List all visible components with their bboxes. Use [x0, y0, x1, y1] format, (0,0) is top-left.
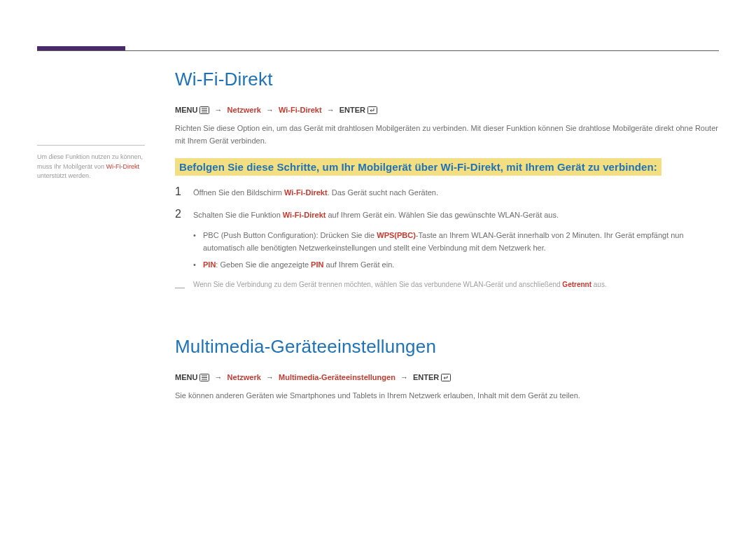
sidebar-note-keyword: Wi-Fi-Direkt [106, 163, 140, 170]
footnote-row: ― Wenn Sie die Verbindung zu dem Gerät t… [175, 279, 719, 295]
arrow-icon: → [212, 106, 225, 114]
bullet-icon: • [193, 259, 203, 272]
sidebar-note: Um diese Funktion nutzen zu können, muss… [37, 153, 145, 181]
keyword: Wi-Fi-Direkt [284, 188, 328, 197]
sidebar-note-text-end: unterstützt werden. [37, 172, 91, 179]
breadcrumb-path-1: MENU → Netzwerk → Wi-Fi-Direkt → ENTER [175, 106, 719, 115]
keyword: Getrennt [562, 281, 592, 288]
intro-paragraph-1: Richten Sie diese Option ein, um das Ger… [175, 122, 719, 147]
highlight-text: Befolgen Sie diese Schritte, um Ihr Mobi… [175, 158, 662, 176]
path-segment: Netzwerk [227, 373, 261, 381]
footnote-text: Wenn Sie die Verbindung zu dem Gerät tre… [193, 279, 607, 295]
intro-paragraph-2: Sie können anderen Geräten wie Smartphon… [175, 390, 719, 402]
path-segment: Multimedia-Geräteeinstellungen [279, 373, 396, 381]
path-enter-label: ENTER [340, 106, 365, 114]
sub-bullet-list: • PBC (Push Button Configuration): Drück… [193, 230, 719, 271]
document-page: Um diese Funktion nutzen zu können, muss… [0, 0, 756, 534]
sidebar-note-block: Um diese Funktion nutzen zu können, muss… [37, 145, 145, 181]
footnote-dash: ― [175, 279, 193, 295]
step-text: Öffnen Sie den Bildschirm Wi-Fi-Direkt. … [193, 187, 438, 199]
breadcrumb-path-2: MENU → Netzwerk → Multimedia-Geräteeinst… [175, 373, 719, 383]
step-1: 1 Öffnen Sie den Bildschirm Wi-Fi-Direkt… [175, 185, 719, 199]
sub-bullet-pin: • PIN: Geben Sie die angezeigte PIN auf … [193, 259, 719, 272]
step-number: 1 [175, 185, 193, 198]
keyword: PIN [203, 260, 216, 269]
section-heading-wifidirekt: Wi-Fi-Direkt [175, 69, 719, 90]
path-segment: Wi-Fi-Direkt [279, 106, 322, 114]
keyword: WPS(PBC) [377, 231, 416, 239]
arrow-icon: → [324, 106, 337, 114]
keyword: PIN [311, 260, 323, 269]
sub-bullet-pbc: • PBC (Push Button Configuration): Drück… [193, 230, 719, 254]
main-content: Wi-Fi-Direkt MENU → Netzwerk → Wi-Fi-Dir… [175, 69, 719, 413]
path-menu-label: MENU [175, 106, 197, 114]
path-enter-label: ENTER [413, 373, 439, 381]
sub-bullet-text: PBC (Push Button Configuration): Drücken… [203, 230, 719, 254]
path-segment: Netzwerk [227, 106, 261, 114]
horizontal-rule [37, 50, 719, 51]
keyword: Wi-Fi-Direkt [283, 211, 326, 219]
sub-bullet-text: PIN: Geben Sie die angezeigte PIN auf Ih… [203, 259, 394, 272]
section-heading-multimedia: Multimedia-Geräteeinstellungen [175, 336, 719, 358]
sidebar-divider [37, 145, 145, 146]
arrow-icon: → [212, 373, 225, 381]
enter-icon [441, 374, 451, 383]
step-2: 2 Schalten Sie die Funktion Wi-Fi-Direkt… [175, 208, 719, 222]
highlight-instruction: Befolgen Sie diese Schritte, um Ihr Mobi… [175, 158, 719, 185]
path-menu-label: MENU [175, 373, 197, 381]
enter-icon [368, 106, 377, 115]
menu-icon [200, 374, 209, 383]
step-text: Schalten Sie die Funktion Wi-Fi-Direkt a… [193, 209, 559, 222]
arrow-icon: → [263, 373, 276, 381]
menu-icon [200, 106, 209, 115]
step-number: 2 [175, 208, 193, 220]
arrow-icon: → [398, 373, 411, 381]
section-2-block: Multimedia-Geräteeinstellungen MENU → Ne… [175, 336, 719, 402]
bullet-icon: • [193, 230, 203, 254]
arrow-icon: → [263, 106, 276, 114]
